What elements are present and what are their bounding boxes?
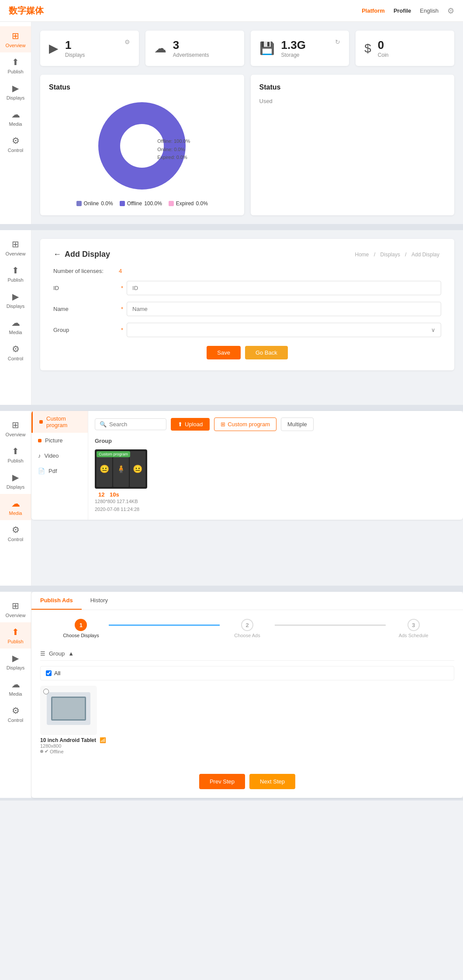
upload-button[interactable]: ⬆ Upload (171, 418, 210, 431)
displays3-icon: ▶ (12, 472, 19, 483)
steps-container: 1 Choose Displays 2 Choose Ads (40, 619, 454, 638)
sidebar-label-overview: Overview (6, 43, 26, 48)
sidebar2-displays[interactable]: ▶ Displays (0, 287, 31, 313)
device-screen (51, 697, 86, 721)
device-radio[interactable] (43, 689, 49, 694)
next-step-button[interactable]: Next Step (249, 774, 295, 789)
control4-icon: ⚙ (12, 705, 20, 716)
stat-settings-icon[interactable]: ⚙ (124, 38, 130, 45)
media-sidebar-picture[interactable]: Picture (31, 433, 88, 448)
sidebar3-overview[interactable]: ⊞ Overview (0, 415, 31, 442)
sidebar3-label-media: Media (9, 511, 22, 516)
sidebar4-displays[interactable]: ▶ Displays (0, 649, 31, 675)
all-checkbox-row[interactable]: All (40, 666, 454, 680)
nav-platform[interactable]: Platform (362, 7, 385, 14)
sidebar3-control[interactable]: ⚙ Control (0, 520, 31, 546)
media-thumbnail[interactable]: 😐 🧍 😐 Custom program (95, 449, 147, 489)
media-sidebar-video[interactable]: ♪ Video (31, 448, 88, 463)
nav-profile[interactable]: Profile (394, 7, 411, 14)
add-display-title-text: Add Display (65, 250, 110, 259)
nav-english[interactable]: English (420, 7, 439, 14)
sidebar-item-overview[interactable]: ⊞ Overview (0, 26, 31, 52)
sidebar-label-publish: Publish (7, 69, 23, 74)
donut-chart: Offline: 100.0% Online: 0.0% Expired: 0.… (98, 102, 186, 190)
sidebar2-publish[interactable]: ⬆ Publish (0, 261, 31, 287)
search-input[interactable] (109, 421, 162, 428)
group-select[interactable]: ∨ (127, 323, 441, 337)
sidebar4-label-displays: Displays (7, 665, 25, 670)
step-1-col: 1 Choose Displays (53, 619, 109, 638)
media-sidebar-custom[interactable]: Custom program (31, 411, 88, 433)
legend-expired-value: 0.0% (196, 200, 208, 207)
sidebar-label-control: Control (8, 148, 23, 153)
overview2-icon: ⊞ (12, 239, 19, 249)
breadcrumb: Home / Displays / Add Display (353, 252, 441, 258)
license-row: Number of licenses: 4 (53, 268, 441, 274)
legend-offline-label: Offline (127, 200, 142, 207)
step-2-label: Choose Ads (234, 633, 260, 638)
sidebar3-label-control: Control (8, 537, 23, 542)
search-icon: 🔍 (100, 421, 107, 428)
sidebar-item-publish[interactable]: ⬆ Publish (0, 52, 31, 79)
device-card: 10 inch Android Tablet 📶 1280x800 ✔ Offl… (40, 686, 106, 756)
breadcrumb-home[interactable]: Home (355, 252, 369, 258)
group-expand-icon[interactable]: ▲ (68, 650, 74, 657)
step-1-label: Choose Displays (63, 633, 99, 638)
prev-step-button[interactable]: Prev Step (199, 774, 245, 789)
group-label: Group (53, 327, 119, 333)
id-input[interactable] (127, 281, 441, 295)
sidebar-item-displays[interactable]: ▶ Displays (0, 79, 31, 105)
sidebar4-publish[interactable]: ⬆ Publish (0, 622, 31, 649)
stats-row: ▶ 1 Displays ⚙ ☁ 3 Advertisements 💾 1.3G… (40, 31, 454, 66)
device-info: 10 inch Android Tablet 📶 1280x800 ✔ Offl… (40, 735, 106, 756)
publish-tabs: Publish Ads History (31, 592, 463, 610)
back-arrow-icon[interactable]: ← (53, 250, 61, 259)
sidebar4-media[interactable]: ☁ Media (0, 675, 31, 701)
sidebar4-overview[interactable]: ⊞ Overview (0, 596, 31, 622)
device-name: 10 inch Android Tablet 📶 (40, 737, 106, 743)
all-checkbox[interactable] (46, 670, 52, 676)
sidebar3-displays[interactable]: ▶ Displays (0, 468, 31, 494)
breadcrumb-sep1: / (374, 252, 375, 258)
stat-storage-icon: 💾 (259, 41, 275, 55)
section-overview: ⊞ Overview ⬆ Publish ▶ Displays ☁ Media … (0, 22, 463, 227)
sidebar2-media[interactable]: ☁ Media (0, 313, 31, 339)
multiple-button[interactable]: Multiple (281, 418, 314, 431)
sidebar4-label-media: Media (9, 691, 22, 697)
id-label: ID (53, 285, 119, 291)
save-button[interactable]: Save (207, 346, 241, 359)
license-value: 4 (119, 268, 122, 274)
publish4-icon: ⬆ (12, 627, 19, 637)
tab-history[interactable]: History (82, 592, 117, 610)
media2-icon: ☁ (11, 317, 20, 328)
media-sidebar-custom-label: Custom program (46, 415, 81, 428)
media-sidebar-pdf[interactable]: 📄 Pdf (31, 463, 88, 479)
user-icon[interactable]: ⚙ (447, 6, 454, 16)
status-used-label: Used (259, 98, 446, 104)
sidebar-1: ⊞ Overview ⬆ Publish ▶ Displays ☁ Media … (0, 22, 31, 224)
goback-button[interactable]: Go Back (245, 346, 288, 359)
media-sidebar-picture-label: Picture (45, 437, 62, 444)
tab-publish-ads[interactable]: Publish Ads (31, 592, 82, 610)
sidebar3-media[interactable]: ☁ Media (0, 494, 31, 520)
stat-displays-icon: ▶ (49, 41, 59, 55)
stat-coin-label: Coin (378, 52, 389, 58)
sidebar-item-control[interactable]: ⚙ Control (0, 131, 31, 157)
callout-expired: Expired: 0.0% (157, 153, 190, 162)
name-input[interactable] (127, 302, 441, 316)
sidebar2-label-overview: Overview (6, 251, 26, 256)
sidebar2-control[interactable]: ⚙ Control (0, 339, 31, 366)
sidebar3-publish[interactable]: ⬆ Publish (0, 442, 31, 468)
sidebar4-control[interactable]: ⚙ Control (0, 701, 31, 727)
displays4-icon: ▶ (12, 653, 19, 663)
sidebar-item-media[interactable]: ☁ Media (0, 105, 31, 131)
displays-icon: ▶ (12, 83, 19, 93)
devices-list: 10 inch Android Tablet 📶 1280x800 ✔ Offl… (40, 686, 454, 756)
add-display-title: ← Add Display (53, 250, 110, 259)
custom-program-button[interactable]: ⊞ Custom program (214, 418, 276, 431)
stat-storage: 💾 1.3G Storage ↻ (251, 31, 349, 66)
custom-program-badge: Custom program (97, 451, 130, 457)
breadcrumb-displays[interactable]: Displays (380, 252, 400, 258)
sidebar2-overview[interactable]: ⊞ Overview (0, 235, 31, 261)
stat-refresh-icon[interactable]: ↻ (335, 38, 340, 45)
